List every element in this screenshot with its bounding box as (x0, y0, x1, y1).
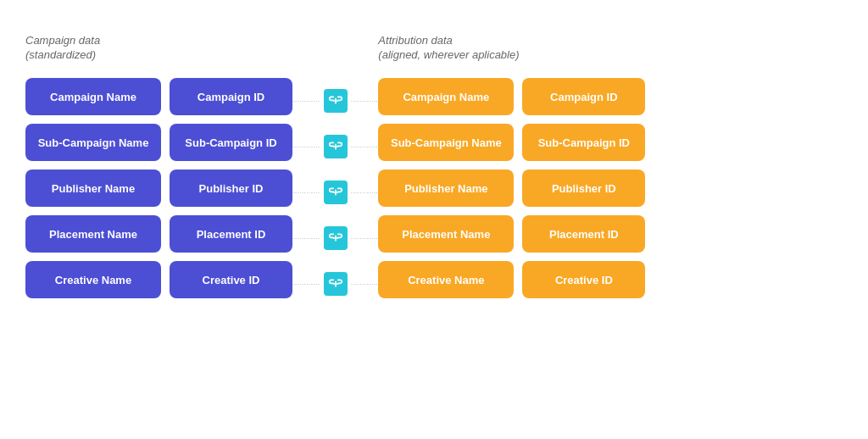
campaign-data-section: Campaign data(standardized) Campaign Nam… (25, 34, 292, 298)
sub-campaign-id-left: Sub-Campaign ID (170, 124, 292, 161)
creative-id-right: Creative ID (522, 261, 645, 298)
connector-row-4: ············ ············ (292, 215, 378, 261)
campaign-name-right-1: Campaign Name (378, 78, 514, 115)
connector-wrapper-3: ············ ············ (292, 181, 378, 204)
connector-row-5: ············ ············ (292, 261, 378, 307)
campaign-row-1: Campaign Name Campaign ID (25, 78, 292, 115)
campaign-name-left-1: Campaign Name (25, 78, 161, 115)
connector-wrapper-1: ············ ············ (292, 89, 378, 113)
connector-section: ············ ············ ············ ·… (292, 34, 378, 307)
attribution-row-3: Publisher Name Publisher ID (378, 169, 645, 207)
link-icon-4 (324, 226, 348, 250)
attribution-data-label: Attribution data(aligned, wherever aplic… (378, 34, 645, 64)
link-icon-1 (324, 89, 348, 113)
dot-text-right-2: ············ (351, 143, 379, 151)
publisher-name-left: Publisher Name (25, 169, 161, 207)
placement-id-right: Placement ID (522, 215, 645, 253)
campaign-row-2: Sub-Campaign Name Sub-Campaign ID (25, 124, 292, 161)
attribution-rows: Campaign Name Campaign ID Sub-Campaign N… (378, 78, 645, 298)
connector-row-2: ············ ············ (292, 124, 378, 169)
dot-text-left-2: ············ (292, 143, 320, 151)
campaign-rows: Campaign Name Campaign ID Sub-Campaign N… (25, 78, 292, 298)
dot-text-left-3: ············ (292, 189, 320, 197)
attribution-row-2: Sub-Campaign Name Sub-Campaign ID (378, 124, 645, 161)
creative-name-left: Creative Name (25, 261, 161, 298)
connector-row-3: ············ ············ (292, 169, 378, 215)
campaign-id-left-1: Campaign ID (170, 78, 292, 115)
sub-campaign-id-right: Sub-Campaign ID (522, 124, 645, 161)
sub-campaign-name-right: Sub-Campaign Name (378, 124, 514, 161)
connector-wrapper-5: ············ ············ (292, 272, 378, 296)
campaign-data-label: Campaign data(standardized) (25, 34, 292, 64)
dot-text-right-4: ············ (351, 235, 379, 242)
connector-wrapper-2: ············ ············ (292, 135, 378, 158)
link-icon-5 (324, 272, 348, 296)
creative-name-right: Creative Name (378, 261, 514, 298)
dot-text-left-4: ············ (292, 235, 320, 242)
publisher-id-left: Publisher ID (170, 169, 292, 207)
campaign-row-3: Publisher Name Publisher ID (25, 169, 292, 207)
dot-text-left-5: ············ (292, 281, 320, 288)
link-icon-3 (324, 181, 348, 204)
dot-text-right-3: ············ (351, 189, 379, 197)
connector-wrapper-4: ············ ············ (292, 226, 378, 250)
link-icon-2 (324, 135, 348, 158)
sub-campaign-name-left: Sub-Campaign Name (25, 124, 161, 161)
publisher-name-right: Publisher Name (378, 169, 514, 207)
campaign-id-right-1: Campaign ID (522, 78, 645, 115)
attribution-row-5: Creative Name Creative ID (378, 261, 645, 298)
campaign-row-4: Placement Name Placement ID (25, 215, 292, 253)
connector-row-1: ············ ············ (292, 78, 378, 124)
campaign-row-5: Creative Name Creative ID (25, 261, 292, 298)
attribution-row-1: Campaign Name Campaign ID (378, 78, 645, 115)
placement-name-left: Placement Name (25, 215, 161, 253)
attribution-data-section: Attribution data(aligned, wherever aplic… (378, 34, 645, 298)
main-container: Campaign data(standardized) Campaign Nam… (0, 0, 868, 439)
creative-id-left: Creative ID (170, 261, 292, 298)
placement-name-right: Placement Name (378, 215, 514, 253)
dot-text-right-5: ············ (351, 281, 379, 288)
placement-id-left: Placement ID (170, 215, 292, 253)
dot-text-left-1: ············ (292, 97, 320, 105)
attribution-row-4: Placement Name Placement ID (378, 215, 645, 253)
publisher-id-right: Publisher ID (522, 169, 645, 207)
dot-text-right-1: ············ (351, 97, 379, 105)
